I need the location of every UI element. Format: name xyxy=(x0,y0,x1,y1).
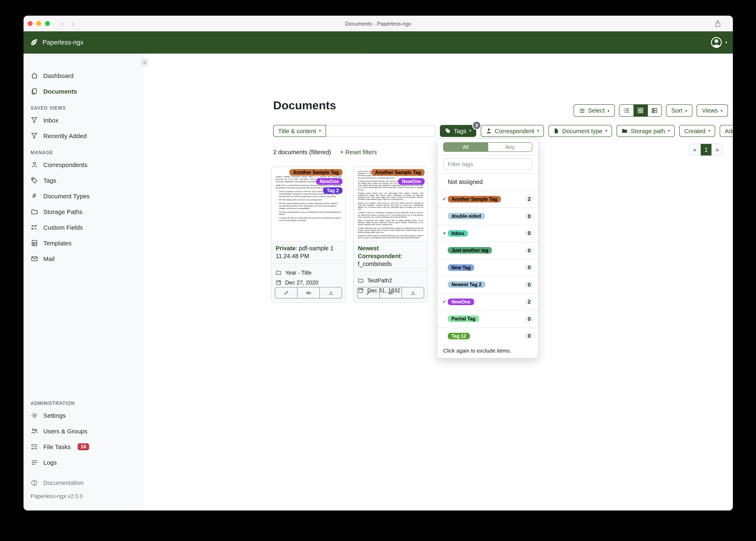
tags-filter-button[interactable]: Tags ▾ xyxy=(440,125,476,137)
created-filter-button[interactable]: Created ▾ xyxy=(679,125,715,137)
title-content-input[interactable] xyxy=(326,125,435,137)
preview-button[interactable] xyxy=(379,287,402,298)
main-content: Documents Select ▾ xyxy=(143,54,733,510)
chevron-down-icon: ▾ xyxy=(319,129,321,133)
tag-pill: New Tag xyxy=(448,264,474,271)
sidebar-item-correspondents[interactable]: Correspondents xyxy=(24,157,143,172)
tags-logic-all[interactable]: All xyxy=(444,143,488,151)
sidebar-item-custom-fields[interactable]: Custom Fields xyxy=(24,220,143,235)
sidebar-item-inbox[interactable]: Inbox xyxy=(24,112,143,128)
folder-icon xyxy=(276,270,281,275)
app-header: Paperless-ngx ▾ xyxy=(24,31,733,54)
tags-logic-any[interactable]: Any xyxy=(488,143,532,151)
eye-icon xyxy=(387,290,394,296)
document-card[interactable]: Lorem ipsum dolor sit amet, consectetur … xyxy=(353,167,428,303)
tags-logic-toggle: All Any xyxy=(443,142,532,152)
custom-fields-icon xyxy=(31,224,38,231)
storage-path-value: TestPath2 xyxy=(367,277,392,283)
tag-row[interactable]: New Tag 0 xyxy=(437,259,538,276)
pagination-next[interactable]: » xyxy=(711,144,723,156)
tag-row[interactable]: double-sided 0 xyxy=(437,208,538,225)
document-title[interactable]: Private: pdf-sample 1 11.24.48 PM xyxy=(272,241,345,264)
person-icon xyxy=(486,128,492,134)
reset-filters-link[interactable]: × Reset filters xyxy=(340,149,377,156)
tag-pill[interactable]: Tag 2 xyxy=(323,187,343,194)
tags-selected-badge: 3 xyxy=(472,121,481,130)
sidebar-collapse-button[interactable]: « xyxy=(141,58,149,66)
sidebar-item-tags[interactable]: Tags xyxy=(24,172,143,188)
sidebar-item-dashboard[interactable]: Dashboard xyxy=(24,68,143,83)
preview-button[interactable] xyxy=(297,287,319,298)
sidebar-item-mail[interactable]: Mail xyxy=(24,251,143,267)
user-menu[interactable]: ▾ xyxy=(711,37,727,48)
grid-view-icon xyxy=(637,107,644,114)
tag-pill[interactable]: NewOne xyxy=(398,178,425,185)
tag-pill: Newest Tag 2 xyxy=(448,281,485,288)
sidebar-item-document-types[interactable]: # Document Types xyxy=(24,188,143,204)
storage-path-filter-button[interactable]: Storage path ▾ xyxy=(617,125,675,137)
views-button[interactable]: Views ▾ xyxy=(697,104,728,117)
view-grid-button[interactable] xyxy=(633,105,647,116)
document-meta: Year - Title Dec 27, 2020 xyxy=(272,264,345,287)
tag-pill[interactable]: Another Sample Tag xyxy=(289,169,343,176)
tag-count: 0 xyxy=(524,230,534,237)
tag-row[interactable]: Partial Tag 0 xyxy=(437,310,538,327)
select-list-icon xyxy=(579,107,585,114)
share-icon[interactable] xyxy=(714,20,721,28)
sidebar-item-storage-paths[interactable]: Storage Paths xyxy=(24,204,143,220)
title-content-dropdown[interactable]: Title & content ▾ xyxy=(273,125,326,137)
title-content-filter: Title & content ▾ xyxy=(273,125,435,137)
tag-row[interactable]: ✓ NewOne 2 xyxy=(437,293,538,310)
logs-icon xyxy=(31,459,38,466)
pagination-prev[interactable]: « xyxy=(689,144,700,156)
document-thumbnail: Lorem ipsum dolor sit amet, consectetur … xyxy=(354,167,428,241)
download-button[interactable] xyxy=(402,287,424,298)
correspondent-filter-button[interactable]: Correspondent ▾ xyxy=(481,125,544,137)
document-date: Dec 27, 2020 xyxy=(285,279,318,285)
document-card[interactable]: Adobe Acrobat PDF Files Adobe® Portable … xyxy=(271,167,346,303)
result-count-row: 2 documents (filtered) × Reset filters xyxy=(273,149,377,156)
sidebar-item-logs[interactable]: Logs xyxy=(24,454,143,470)
detail-view-icon xyxy=(651,107,658,114)
tag-count: 2 xyxy=(524,196,534,203)
sidebar-item-documents[interactable]: Documents xyxy=(24,83,143,99)
pencil-icon xyxy=(365,290,371,296)
tag-pill[interactable]: Another Sample Tag xyxy=(371,169,425,176)
edit-button[interactable] xyxy=(275,287,297,298)
view-detail-button[interactable] xyxy=(647,105,661,116)
tag-pill[interactable]: NewOne xyxy=(316,178,343,185)
sidebar-item-users-groups[interactable]: Users & Groups xyxy=(24,423,143,439)
app-window: ‹ › Documents - Paperless-ngx Paperless-… xyxy=(24,16,733,510)
folder-icon xyxy=(358,277,364,283)
app-brand[interactable]: Paperless-ngx xyxy=(29,31,83,54)
section-saved-views: SAVED VIEWS xyxy=(31,104,143,112)
download-button[interactable] xyxy=(319,287,342,298)
sidebar-item-documentation[interactable]: Documentation xyxy=(24,475,143,491)
view-list-button[interactable] xyxy=(619,105,633,116)
calendar-icon xyxy=(276,279,281,285)
card-actions xyxy=(357,287,424,298)
sidebar-item-file-tasks[interactable]: File Tasks 16 xyxy=(24,439,143,454)
tag-count: 0 xyxy=(524,247,534,254)
tag-row[interactable]: × Inbox 0 xyxy=(437,225,538,242)
sidebar-item-recently-added[interactable]: Recently Added xyxy=(24,128,143,144)
tag-row[interactable]: Just another tag 0 xyxy=(437,242,538,259)
chevron-down-icon: ▾ xyxy=(708,129,710,133)
sidebar-item-settings[interactable]: Settings xyxy=(24,407,143,423)
tag-row[interactable]: ✓ Another Sample Tag 2 xyxy=(437,190,538,208)
select-button[interactable]: Select ▾ xyxy=(574,104,615,117)
document-title[interactable]: Newest Correspondent: f_combineds xyxy=(354,241,428,271)
view-mode-group xyxy=(619,104,662,117)
added-filter-button[interactable]: Added ▾ xyxy=(720,125,733,137)
tag-row-not-assigned[interactable]: Not assigned xyxy=(437,173,538,190)
tag-row[interactable]: Newest Tag 2 0 xyxy=(437,276,538,293)
edit-button[interactable] xyxy=(357,287,379,298)
pagination-page-1[interactable]: 1 xyxy=(700,144,711,156)
tags-filter-wrap: Tags ▾ 3 xyxy=(440,125,476,137)
tag-row[interactable]: Tag 12 0 xyxy=(437,327,538,344)
filter-tags-input[interactable] xyxy=(443,158,532,170)
document-type-filter-button[interactable]: Document type ▾ xyxy=(549,125,612,137)
tags-filter-dropdown: All Any Not assigned ✓ Another Sample Ta… xyxy=(437,138,539,358)
sort-button[interactable]: Sort ▾ xyxy=(666,104,692,117)
sidebar-item-templates[interactable]: Templates xyxy=(24,235,143,251)
